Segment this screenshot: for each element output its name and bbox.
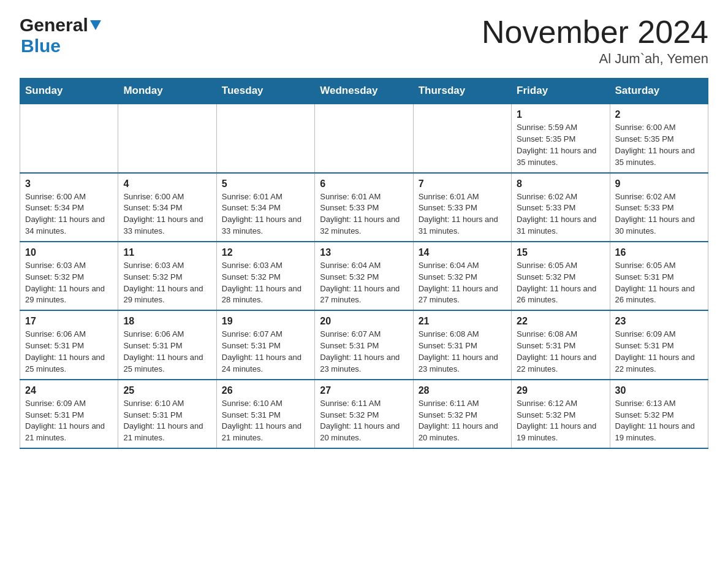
logo-triangle-icon	[90, 20, 101, 33]
day-number: 17	[25, 316, 113, 327]
day-info: Sunrise: 6:10 AM Sunset: 5:31 PM Dayligh…	[123, 399, 203, 443]
logo: General Blue	[20, 15, 101, 56]
day-number: 30	[615, 385, 703, 396]
weekday-header-friday: Friday	[512, 79, 610, 104]
calendar-week-row: 24Sunrise: 6:09 AM Sunset: 5:31 PM Dayli…	[20, 380, 708, 448]
day-number: 2	[615, 109, 703, 120]
day-info: Sunrise: 6:11 AM Sunset: 5:32 PM Dayligh…	[320, 399, 400, 443]
calendar-week-row: 10Sunrise: 6:03 AM Sunset: 5:32 PM Dayli…	[20, 242, 708, 310]
day-info: Sunrise: 6:00 AM Sunset: 5:34 PM Dayligh…	[25, 192, 105, 236]
day-info: Sunrise: 6:02 AM Sunset: 5:33 PM Dayligh…	[615, 192, 695, 236]
day-info: Sunrise: 6:04 AM Sunset: 5:32 PM Dayligh…	[320, 261, 400, 305]
calendar-week-row: 1Sunrise: 5:59 AM Sunset: 5:35 PM Daylig…	[20, 104, 708, 172]
calendar-day-cell: 29Sunrise: 6:12 AM Sunset: 5:32 PM Dayli…	[512, 380, 610, 448]
calendar-table: SundayMondayTuesdayWednesdayThursdayFrid…	[20, 78, 708, 449]
day-info: Sunrise: 6:12 AM Sunset: 5:32 PM Dayligh…	[517, 399, 596, 443]
day-info: Sunrise: 6:00 AM Sunset: 5:35 PM Dayligh…	[615, 123, 695, 167]
calendar-day-cell	[118, 104, 216, 172]
day-number: 22	[517, 316, 604, 327]
calendar-day-cell: 16Sunrise: 6:05 AM Sunset: 5:31 PM Dayli…	[610, 242, 708, 310]
calendar-day-cell: 6Sunrise: 6:01 AM Sunset: 5:33 PM Daylig…	[315, 173, 413, 242]
calendar-week-row: 17Sunrise: 6:06 AM Sunset: 5:31 PM Dayli…	[20, 310, 708, 379]
calendar-day-cell: 3Sunrise: 6:00 AM Sunset: 5:34 PM Daylig…	[20, 173, 118, 242]
calendar-day-cell: 11Sunrise: 6:03 AM Sunset: 5:32 PM Dayli…	[118, 242, 216, 310]
calendar-day-cell: 26Sunrise: 6:10 AM Sunset: 5:31 PM Dayli…	[216, 380, 314, 448]
calendar-day-cell: 19Sunrise: 6:07 AM Sunset: 5:31 PM Dayli…	[216, 310, 314, 379]
day-number: 25	[123, 385, 211, 396]
weekday-header-wednesday: Wednesday	[315, 79, 413, 104]
day-info: Sunrise: 6:11 AM Sunset: 5:32 PM Dayligh…	[419, 399, 498, 443]
calendar-day-cell: 12Sunrise: 6:03 AM Sunset: 5:32 PM Dayli…	[216, 242, 314, 310]
calendar-day-cell: 7Sunrise: 6:01 AM Sunset: 5:33 PM Daylig…	[413, 173, 511, 242]
calendar-day-cell: 30Sunrise: 6:13 AM Sunset: 5:32 PM Dayli…	[610, 380, 708, 448]
day-info: Sunrise: 6:01 AM Sunset: 5:33 PM Dayligh…	[320, 192, 400, 236]
month-year-title: November 2024	[482, 15, 708, 50]
day-number: 3	[25, 178, 113, 190]
day-info: Sunrise: 6:10 AM Sunset: 5:31 PM Dayligh…	[222, 399, 301, 443]
calendar-day-cell: 14Sunrise: 6:04 AM Sunset: 5:32 PM Dayli…	[413, 242, 511, 310]
calendar-header-row: SundayMondayTuesdayWednesdayThursdayFrid…	[20, 79, 708, 104]
day-info: Sunrise: 6:00 AM Sunset: 5:34 PM Dayligh…	[123, 192, 203, 236]
day-number: 16	[615, 247, 703, 258]
calendar-day-cell: 5Sunrise: 6:01 AM Sunset: 5:34 PM Daylig…	[216, 173, 314, 242]
calendar-day-cell: 25Sunrise: 6:10 AM Sunset: 5:31 PM Dayli…	[118, 380, 216, 448]
day-number: 18	[123, 316, 211, 327]
page-header: General Blue November 2024 Al Jum`ah, Ye…	[20, 15, 708, 67]
day-number: 6	[320, 178, 408, 190]
day-info: Sunrise: 6:08 AM Sunset: 5:31 PM Dayligh…	[419, 329, 498, 373]
calendar-day-cell: 2Sunrise: 6:00 AM Sunset: 5:35 PM Daylig…	[610, 104, 708, 172]
day-number: 26	[222, 385, 309, 396]
calendar-day-cell	[315, 104, 413, 172]
calendar-day-cell: 27Sunrise: 6:11 AM Sunset: 5:32 PM Dayli…	[315, 380, 413, 448]
day-number: 5	[222, 178, 309, 190]
calendar-day-cell: 15Sunrise: 6:05 AM Sunset: 5:32 PM Dayli…	[512, 242, 610, 310]
day-info: Sunrise: 6:09 AM Sunset: 5:31 PM Dayligh…	[615, 329, 695, 373]
day-number: 21	[419, 316, 506, 327]
day-info: Sunrise: 6:09 AM Sunset: 5:31 PM Dayligh…	[25, 399, 105, 443]
day-number: 14	[419, 247, 506, 258]
day-info: Sunrise: 6:01 AM Sunset: 5:33 PM Dayligh…	[419, 192, 498, 236]
day-number: 7	[419, 178, 506, 190]
calendar-day-cell: 22Sunrise: 6:08 AM Sunset: 5:31 PM Dayli…	[512, 310, 610, 379]
calendar-day-cell: 17Sunrise: 6:06 AM Sunset: 5:31 PM Dayli…	[20, 310, 118, 379]
day-number: 9	[615, 178, 703, 190]
calendar-week-row: 3Sunrise: 6:00 AM Sunset: 5:34 PM Daylig…	[20, 173, 708, 242]
day-info: Sunrise: 6:03 AM Sunset: 5:32 PM Dayligh…	[222, 261, 301, 305]
day-info: Sunrise: 6:07 AM Sunset: 5:31 PM Dayligh…	[222, 329, 301, 373]
day-number: 8	[517, 178, 604, 190]
day-info: Sunrise: 6:05 AM Sunset: 5:31 PM Dayligh…	[615, 261, 695, 305]
calendar-day-cell	[20, 104, 118, 172]
day-number: 13	[320, 247, 408, 258]
day-number: 1	[517, 109, 604, 120]
day-info: Sunrise: 6:02 AM Sunset: 5:33 PM Dayligh…	[517, 192, 596, 236]
calendar-day-cell: 23Sunrise: 6:09 AM Sunset: 5:31 PM Dayli…	[610, 310, 708, 379]
day-info: Sunrise: 6:01 AM Sunset: 5:34 PM Dayligh…	[222, 192, 301, 236]
calendar-day-cell: 20Sunrise: 6:07 AM Sunset: 5:31 PM Dayli…	[315, 310, 413, 379]
day-info: Sunrise: 6:07 AM Sunset: 5:31 PM Dayligh…	[320, 329, 400, 373]
calendar-day-cell	[413, 104, 511, 172]
day-number: 29	[517, 385, 604, 396]
day-number: 15	[517, 247, 604, 258]
logo-blue-text: Blue	[21, 36, 61, 56]
calendar-day-cell: 21Sunrise: 6:08 AM Sunset: 5:31 PM Dayli…	[413, 310, 511, 379]
day-info: Sunrise: 6:13 AM Sunset: 5:32 PM Dayligh…	[615, 399, 695, 443]
calendar-day-cell: 18Sunrise: 6:06 AM Sunset: 5:31 PM Dayli…	[118, 310, 216, 379]
weekday-header-saturday: Saturday	[610, 79, 708, 104]
day-info: Sunrise: 6:06 AM Sunset: 5:31 PM Dayligh…	[25, 329, 105, 373]
day-info: Sunrise: 5:59 AM Sunset: 5:35 PM Dayligh…	[517, 123, 596, 167]
day-info: Sunrise: 6:03 AM Sunset: 5:32 PM Dayligh…	[25, 261, 105, 305]
day-info: Sunrise: 6:04 AM Sunset: 5:32 PM Dayligh…	[419, 261, 498, 305]
calendar-day-cell: 9Sunrise: 6:02 AM Sunset: 5:33 PM Daylig…	[610, 173, 708, 242]
calendar-day-cell: 28Sunrise: 6:11 AM Sunset: 5:32 PM Dayli…	[413, 380, 511, 448]
logo-general-text: General	[20, 15, 88, 36]
calendar-day-cell: 1Sunrise: 5:59 AM Sunset: 5:35 PM Daylig…	[512, 104, 610, 172]
day-number: 10	[25, 247, 113, 258]
weekday-header-sunday: Sunday	[20, 79, 118, 104]
day-info: Sunrise: 6:03 AM Sunset: 5:32 PM Dayligh…	[123, 261, 203, 305]
calendar-day-cell: 10Sunrise: 6:03 AM Sunset: 5:32 PM Dayli…	[20, 242, 118, 310]
calendar-day-cell: 13Sunrise: 6:04 AM Sunset: 5:32 PM Dayli…	[315, 242, 413, 310]
day-info: Sunrise: 6:08 AM Sunset: 5:31 PM Dayligh…	[517, 329, 596, 373]
day-number: 11	[123, 247, 211, 258]
location-subtitle: Al Jum`ah, Yemen	[482, 51, 708, 67]
calendar-day-cell: 8Sunrise: 6:02 AM Sunset: 5:33 PM Daylig…	[512, 173, 610, 242]
